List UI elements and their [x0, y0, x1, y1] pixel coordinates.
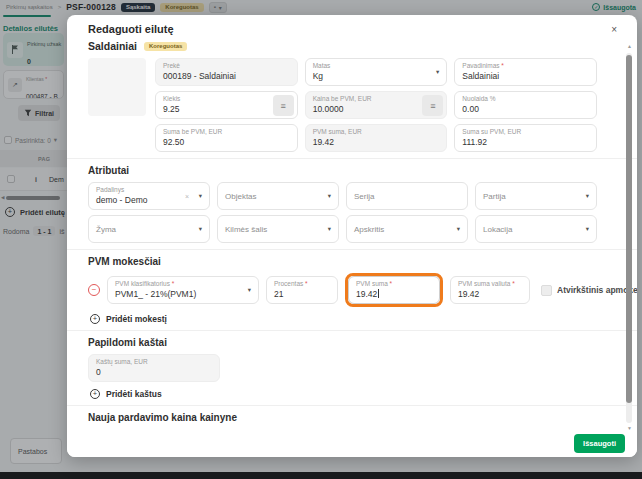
- text-cursor: [378, 289, 379, 298]
- scroll-down-icon[interactable]: ▼: [627, 425, 632, 431]
- chevron-down-icon[interactable]: ▾: [199, 225, 202, 233]
- zyma-select[interactable]: Žyma ▾: [88, 215, 210, 243]
- divider: [67, 330, 637, 331]
- field-value: 111.92: [462, 136, 589, 149]
- field-label: PVM suma, EUR: [313, 128, 440, 136]
- kastai-heading: Papildomi kaštai: [88, 337, 597, 348]
- suma-su-pvm-field[interactable]: Suma su PVM, EUR 111.92: [454, 124, 597, 152]
- add-cost-link[interactable]: + Pridėti kaštus: [90, 389, 597, 399]
- field-label: Nuolaida %: [462, 95, 589, 103]
- modal-body: Saldainiai Koreguotas Prekė 000189 - Sal…: [67, 40, 637, 441]
- field-label: Prekė: [163, 62, 290, 70]
- serija-input[interactable]: Serija: [346, 182, 468, 210]
- chevron-down-icon[interactable]: ▾: [328, 192, 331, 200]
- reverse-charge-row: Atvirkštinis apmokestinimas: [541, 285, 637, 296]
- objektas-select[interactable]: Objektas ▾: [217, 182, 339, 210]
- kilmes-salis-select[interactable]: Kilmės šalis ▾: [217, 215, 339, 243]
- field-label: PVM suma *: [356, 280, 432, 288]
- modal-scrollbar[interactable]: [626, 53, 632, 423]
- product-heading: Saldainiai Koreguotas: [88, 40, 597, 52]
- app-window: Pirkimų sąskaitos > PSF-000128 Sąskaita …: [0, 0, 642, 479]
- chevron-down-icon[interactable]: ▾: [586, 192, 589, 200]
- partija-select[interactable]: Partija ▾: [475, 182, 597, 210]
- placeholder: Kilmės šalis: [225, 225, 267, 234]
- modal-scrollbar-thumb[interactable]: [626, 55, 632, 403]
- pvm-suma-eur-field: PVM suma, EUR 19.42: [305, 124, 448, 152]
- adjusted-badge: Koreguotas: [144, 42, 187, 51]
- divider: [67, 249, 637, 250]
- pvm-suma-field[interactable]: PVM suma * 19.42: [348, 276, 440, 304]
- pvm-tax-row: − PVM klasifikatorius * PVM1_ - 21%(PVM1…: [88, 273, 597, 307]
- pvm-suma-valiuta-field[interactable]: PVM suma valiuta * 19.42: [450, 276, 530, 304]
- field-value: 19.42: [356, 288, 432, 301]
- chevron-down-icon[interactable]: ▾: [436, 68, 439, 76]
- add-tax-label: Pridėti mokestį: [106, 314, 167, 324]
- field-value: Saldainiai: [462, 70, 589, 83]
- placeholder: Partija: [483, 192, 506, 201]
- plus-circle-icon: +: [90, 314, 100, 324]
- close-icon[interactable]: ×: [609, 23, 619, 37]
- field-label: Suma su PVM, EUR: [462, 128, 589, 136]
- product-title: Saldainiai: [88, 40, 137, 52]
- modal-header: Redaguoti eilutę ×: [67, 15, 637, 37]
- pvm-heading: PVM mokesčiai: [88, 256, 597, 267]
- field-label: Kaina be PVM, EUR: [313, 95, 440, 103]
- nuolaida-field[interactable]: Nuolaida % 0.00: [454, 91, 597, 119]
- kainynas-heading: Nauja pardavimo kaina kainyne: [88, 412, 597, 423]
- add-cost-label: Pridėti kaštus: [106, 389, 162, 399]
- field-value: 0.00: [462, 103, 589, 116]
- pavadinimas-field[interactable]: Pavadinimas * Saldainiai: [454, 58, 597, 86]
- matas-select[interactable]: Matas Kg ▾: [305, 58, 448, 86]
- chevron-down-icon[interactable]: ▾: [328, 225, 331, 233]
- placeholder: Apskritis: [354, 225, 384, 234]
- field-label: PVM klasifikatorius *: [115, 280, 251, 288]
- kaina-field: Kaina be PVM, EUR 10.0000 ≡: [305, 91, 448, 119]
- field-label: Procentas *: [274, 280, 330, 288]
- field-label: Kiekis: [163, 95, 290, 103]
- chevron-down-icon[interactable]: ▾: [199, 192, 202, 200]
- save-button[interactable]: Išsaugoti: [574, 434, 625, 453]
- placeholder: Objektas: [225, 192, 257, 201]
- product-image-placeholder: [88, 58, 146, 116]
- field-value: 000189 - Saldainiai: [163, 70, 290, 83]
- field-label: Pavadinimas *: [462, 62, 589, 70]
- remove-tax-icon[interactable]: −: [88, 284, 100, 296]
- main-fields-grid: Prekė 000189 - Saldainiai Matas Kg ▾ Pav…: [155, 58, 597, 152]
- chevron-down-icon[interactable]: ▾: [248, 286, 251, 294]
- chevron-down-icon[interactable]: ▾: [586, 225, 589, 233]
- menu-icon[interactable]: ≡: [273, 95, 294, 116]
- lokacija-select[interactable]: Lokacija ▾: [475, 215, 597, 243]
- field-label: PVM suma valiuta *: [458, 280, 522, 288]
- pvm-klasifikatorius-select[interactable]: PVM klasifikatorius * PVM1_ - 21%(PVM1) …: [107, 276, 259, 304]
- field-value: 9.25: [163, 103, 290, 116]
- field-label: Suma be PVM, EUR: [163, 128, 290, 136]
- scroll-up-icon[interactable]: ▲: [627, 43, 632, 49]
- placeholder: Žyma: [96, 225, 116, 234]
- field-value: 19.42: [313, 136, 440, 149]
- reverse-charge-checkbox[interactable]: [541, 285, 552, 296]
- field-label: Matas: [313, 62, 440, 70]
- kastu-suma-field: Kaštų suma, EUR 0: [88, 354, 220, 382]
- edit-row-modal: Redaguoti eilutę × Saldainiai Koreguotas…: [67, 15, 637, 457]
- menu-icon[interactable]: ≡: [422, 95, 443, 116]
- field-value: 0: [96, 366, 212, 379]
- field-value: Kg: [313, 70, 440, 83]
- field-value: 19.42: [458, 288, 522, 301]
- field-label: Kaštų suma, EUR: [96, 358, 212, 366]
- placeholder: Lokacija: [483, 225, 512, 234]
- atributai-heading: Atributai: [88, 165, 597, 176]
- procentas-field[interactable]: Procentas * 21: [266, 276, 338, 304]
- field-value: 10.0000: [313, 103, 440, 116]
- divider: [67, 405, 637, 406]
- clear-icon[interactable]: ×: [185, 193, 189, 200]
- padalinys-select[interactable]: Padalinys demo - Demo × ▾: [88, 182, 210, 210]
- chevron-down-icon[interactable]: ▾: [457, 225, 460, 233]
- add-tax-link[interactable]: + Pridėti mokestį: [90, 314, 597, 324]
- kiekis-field[interactable]: Kiekis 9.25 ≡: [155, 91, 298, 119]
- modal-footer: Išsaugoti: [67, 429, 637, 457]
- reverse-charge-label: Atvirkštinis apmokestinimas: [557, 285, 637, 295]
- suma-be-pvm-field[interactable]: Suma be PVM, EUR 92.50: [155, 124, 298, 152]
- apskritis-select[interactable]: Apskritis ▾: [346, 215, 468, 243]
- atributai-grid: Padalinys demo - Demo × ▾ Objektas ▾ Ser…: [88, 182, 597, 243]
- divider: [67, 158, 637, 159]
